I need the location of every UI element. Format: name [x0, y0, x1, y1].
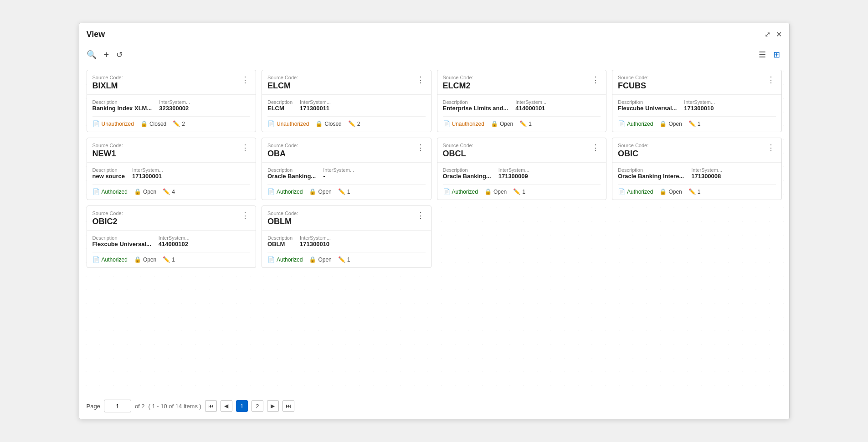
intersystem-col-oba: InterSystem... - — [323, 167, 354, 180]
lock-icon-oblm: 🔒 — [309, 256, 316, 263]
page-input[interactable] — [104, 400, 131, 412]
card-menu-elcm2[interactable]: ⋮ — [591, 75, 601, 85]
intersystem-label-new1: InterSystem... — [132, 167, 163, 173]
card-menu-obcl[interactable]: ⋮ — [591, 143, 601, 153]
card-info-row-oblm: Description OBLM InterSystem... 17130001… — [267, 235, 426, 247]
auth-icon-bixlm: 📄 — [92, 120, 100, 127]
add-icon[interactable]: + — [104, 50, 109, 60]
auth-status-obic2: 📄 Authorized — [92, 256, 128, 263]
card-header-obcl: Source Code: OBCL ⋮ — [437, 138, 606, 163]
desc-label-new1: Description — [92, 167, 125, 173]
lock-status-oblm: 🔒 Open — [309, 256, 331, 263]
card-source-info-obic: Source Code: OBIC — [618, 143, 648, 159]
edit-count-fcubs: ✏️ 1 — [688, 120, 701, 127]
desc-col-fcubs: Description Flexcube Universal... — [618, 99, 677, 112]
lock-icon-oba: 🔒 — [309, 188, 316, 195]
card-info-row-fcubs: Description Flexcube Universal... InterS… — [618, 99, 776, 112]
source-label-oba: Source Code: — [267, 143, 298, 148]
next-page-button[interactable]: ▶ — [267, 400, 279, 412]
lock-status-elcm2: 🔒 Open — [491, 120, 513, 127]
lock-text-obic: Open — [668, 189, 682, 195]
card-menu-oba[interactable]: ⋮ — [416, 143, 426, 153]
card-body-obic: Description Oracle Banking Intere... Int… — [612, 163, 781, 200]
intersystem-col-bixlm: InterSystem... 323300002 — [159, 99, 190, 112]
auth-icon-oblm: 📄 — [267, 256, 275, 263]
edit-icon-obic: ✏️ — [688, 188, 696, 195]
edit-count-text-obic: 1 — [698, 189, 701, 195]
grid-view-toggle[interactable]: ⊞ — [771, 49, 782, 61]
card-status-row-elcm: 📄 Unauthorized 🔒 Closed ✏️ 2 — [267, 116, 426, 127]
maximize-icon[interactable]: ⤢ — [765, 30, 770, 39]
desc-label-oblm: Description — [267, 235, 293, 241]
source-code-fcubs: FCUBS — [618, 81, 648, 91]
edit-count-text-obcl: 1 — [522, 189, 525, 195]
edit-count-elcm: ✏️ 2 — [348, 120, 360, 127]
lock-status-obic: 🔒 Open — [659, 188, 682, 195]
auth-text-elcm: Unauthorized — [277, 121, 309, 127]
desc-value-obcl: Oracle Banking... — [443, 173, 491, 180]
intersystem-value-oblm: 171300010 — [300, 241, 331, 247]
auth-text-oblm: Authorized — [277, 257, 303, 263]
intersystem-col-oblm: InterSystem... 171300010 — [300, 235, 331, 247]
card-header-fcubs: Source Code: FCUBS ⋮ — [612, 70, 781, 95]
last-page-button[interactable]: ⏭ — [282, 400, 294, 412]
lock-icon-new1: 🔒 — [134, 188, 141, 195]
lock-status-obic2: 🔒 Open — [134, 256, 156, 263]
desc-label-obic2: Description — [92, 235, 151, 241]
edit-icon-obic2: ✏️ — [163, 256, 170, 263]
card-menu-obic2[interactable]: ⋮ — [240, 211, 250, 221]
card-body-oblm: Description OBLM InterSystem... 17130001… — [262, 231, 431, 267]
intersystem-label-fcubs: InterSystem... — [684, 99, 715, 105]
list-view-toggle[interactable]: ☰ — [757, 49, 768, 61]
intersystem-label-elcm2: InterSystem... — [515, 99, 546, 105]
search-icon[interactable]: 🔍 — [87, 50, 97, 60]
lock-text-new1: Open — [143, 189, 156, 195]
card-obic: Source Code: OBIC ⋮ Description Oracle B… — [612, 138, 782, 200]
desc-col-elcm2: Description Enterprise Limits and... — [443, 99, 508, 112]
card-menu-bixlm[interactable]: ⋮ — [240, 75, 250, 85]
lock-text-obcl: Open — [493, 189, 507, 195]
card-menu-elcm[interactable]: ⋮ — [416, 75, 426, 85]
refresh-icon[interactable]: ↺ — [116, 50, 123, 60]
card-menu-new1[interactable]: ⋮ — [240, 143, 250, 153]
edit-icon-obcl: ✏️ — [513, 188, 520, 195]
lock-text-elcm: Closed — [324, 121, 341, 127]
edit-count-oba: ✏️ 1 — [338, 188, 350, 195]
auth-text-bixlm: Unauthorized — [102, 121, 134, 127]
intersystem-value-obic2: 414000102 — [159, 241, 190, 247]
card-body-elcm: Description ELCM InterSystem... 17130001… — [262, 95, 431, 132]
card-info-row-obic: Description Oracle Banking Intere... Int… — [618, 167, 776, 180]
page-1-button[interactable]: 1 — [236, 400, 248, 412]
card-status-row-elcm2: 📄 Unauthorized 🔒 Open ✏️ 1 — [443, 116, 601, 127]
card-oba: Source Code: OBA ⋮ Description Oracle Ba… — [262, 138, 431, 200]
card-header-oba: Source Code: OBA ⋮ — [262, 138, 431, 163]
edit-count-bixlm: ✏️ 2 — [173, 120, 185, 127]
auth-status-bixlm: 📄 Unauthorized — [92, 120, 134, 127]
source-code-elcm: ELCM — [267, 81, 298, 91]
lock-status-obcl: 🔒 Open — [484, 188, 507, 195]
card-body-bixlm: Description Banking Index XLM... InterSy… — [87, 95, 256, 132]
card-menu-obic[interactable]: ⋮ — [766, 143, 776, 153]
card-body-fcubs: Description Flexcube Universal... InterS… — [612, 95, 781, 132]
card-menu-oblm[interactable]: ⋮ — [416, 211, 426, 221]
desc-value-fcubs: Flexcube Universal... — [618, 105, 677, 112]
auth-status-elcm2: 📄 Unauthorized — [443, 120, 484, 127]
prev-page-button[interactable]: ◀ — [221, 400, 232, 412]
source-label-obic2: Source Code: — [92, 211, 123, 216]
page-2-button[interactable]: 2 — [252, 400, 263, 412]
card-status-row-new1: 📄 Authorized 🔒 Open ✏️ 4 — [92, 184, 251, 195]
intersystem-label-obic2: InterSystem... — [159, 235, 190, 241]
desc-value-oblm: OBLM — [267, 241, 293, 247]
close-icon[interactable]: ✕ — [776, 30, 782, 39]
card-menu-fcubs[interactable]: ⋮ — [766, 75, 776, 85]
first-page-button[interactable]: ⏮ — [205, 400, 217, 412]
edit-icon-oblm: ✏️ — [338, 256, 345, 263]
desc-value-oba: Oracle Banking... — [267, 173, 316, 180]
card-source-info-oba: Source Code: OBA — [267, 143, 298, 159]
edit-count-text-elcm2: 1 — [529, 121, 532, 127]
auth-text-elcm2: Unauthorized — [452, 121, 484, 127]
page-range: ( 1 - 10 of 14 items ) — [149, 403, 201, 410]
intersystem-label-obic: InterSystem... — [691, 167, 722, 173]
auth-icon-obcl: 📄 — [443, 188, 450, 195]
intersystem-col-elcm: InterSystem... 171300011 — [300, 99, 331, 112]
